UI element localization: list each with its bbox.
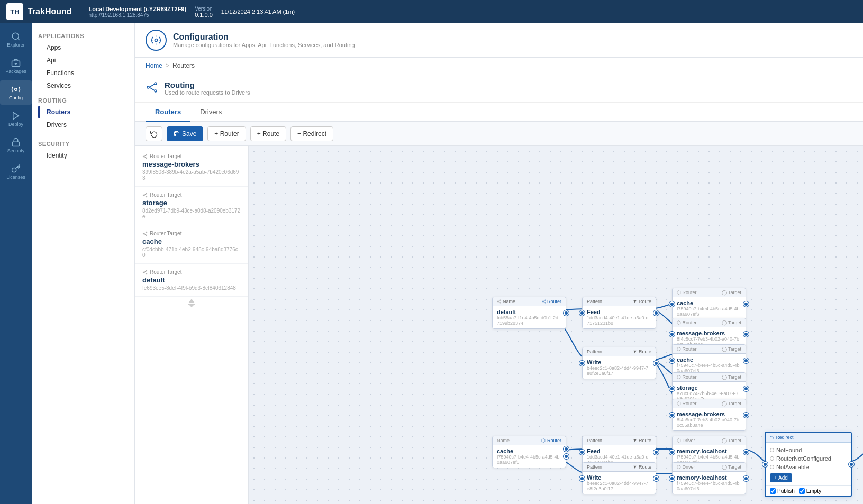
- sidebar-item-functions[interactable]: Functions: [38, 67, 128, 79]
- svg-point-15: [146, 154, 147, 155]
- sidebar-item-security[interactable]: Security: [0, 133, 32, 158]
- topnav: TH TrakHound Local Development (i-YZR89Z…: [0, 0, 863, 23]
- svg-point-8: [155, 39, 158, 42]
- flow-node-redirect[interactable]: Redirect NotFound RouterNotConfigured: [765, 432, 852, 497]
- canvas-area[interactable]: Name Router default fcb55aa7-f1e4-4b5c-d…: [249, 146, 863, 504]
- list-item[interactable]: Router Target storage 8d2ed971-7db9-43ce…: [135, 187, 248, 225]
- flow-node-body: Write b4eec2c1-0a82-4dd4-9947-7e8f2e3a0f…: [583, 356, 656, 379]
- breadcrumb-home[interactable]: Home: [146, 62, 162, 69]
- save-icon: [174, 131, 180, 137]
- router-item-type-label: Router Target: [150, 153, 181, 159]
- flow-node-header: ⬡ Router ◯ Target: [673, 345, 746, 354]
- flow-node-body: Feed 1dd3acd4-40e1-41de-a3a0-d71751231b8: [583, 306, 656, 328]
- input-dot: [669, 413, 675, 418]
- output-dot: [653, 310, 659, 316]
- node-type-label: ⬡ Driver: [677, 464, 695, 470]
- flow-node-body: default fcb55aa7-f1e4-4b5c-d0b1-2d7199b2…: [493, 306, 566, 328]
- svg-point-30: [146, 270, 147, 271]
- flow-node-target-mb2[interactable]: ⬡ Router ◯ Target message-brokers 8f4c5c…: [672, 399, 746, 431]
- flow-node-route2-write[interactable]: Pattern ▼ Route Write b4eec2c1-0a82-4dd4…: [582, 462, 656, 494]
- svg-point-25: [146, 232, 147, 233]
- sidebar-item-api[interactable]: Api: [38, 54, 128, 67]
- add-route-button[interactable]: + Route: [250, 126, 286, 141]
- content-split: Router Target message-brokers 399f8508-3…: [135, 146, 863, 504]
- sidebar-item-services[interactable]: Services: [38, 79, 128, 92]
- route1-feed-id: 1dd3acd4-40e1-41de-a3a0-d71751231b8: [587, 315, 650, 326]
- publish-check[interactable]: [770, 488, 776, 494]
- logo: TH TrakHound: [6, 3, 72, 20]
- page-title: Configuration: [173, 32, 355, 42]
- flow-node-route1-write[interactable]: Pattern ▼ Route Write b4eec2c1-0a82-4dd4…: [582, 347, 656, 379]
- page-subtitle: Manage configurations for Apps, Api, Fun…: [173, 42, 355, 48]
- output-dot: [743, 476, 749, 481]
- svg-line-33: [144, 272, 146, 274]
- router-item-type-label: Router Target: [150, 231, 181, 236]
- page-header-icon: [146, 30, 167, 51]
- app-name: TrakHound: [28, 7, 72, 16]
- empty-checkbox[interactable]: Empty: [799, 488, 821, 494]
- svg-point-21: [146, 196, 147, 197]
- flow-node-target-cache1[interactable]: ⬡ Router ◯ Target cache f75940c7-b4e4-4b…: [672, 288, 746, 320]
- breadcrumb-sep: >: [166, 62, 169, 69]
- sidebar-item-apps[interactable]: Apps: [38, 41, 128, 54]
- router-item-type-label: Router Target: [150, 269, 181, 275]
- sidebar-item-deploy[interactable]: Deploy: [0, 107, 32, 131]
- svg-line-40: [498, 300, 499, 301]
- applications-title: Applications: [38, 33, 128, 39]
- empty-check[interactable]: [799, 488, 805, 494]
- option-label-routernotconfigured: RouterNotConfigured: [776, 455, 831, 462]
- flow-node-route1-feed[interactable]: Pattern ▼ Route Feed 1dd3acd4-40e1-41de-…: [582, 297, 656, 329]
- tab-drivers[interactable]: Drivers: [190, 103, 231, 122]
- list-item[interactable]: Router Target cache cf0dcbbb-471b-4eb2-9…: [135, 225, 248, 264]
- save-button[interactable]: Save: [167, 126, 203, 141]
- config-sidebar: Applications Apps Api Functions Services…: [32, 23, 135, 504]
- sidebar-item-drivers[interactable]: Drivers: [38, 118, 128, 131]
- router-item-name: default: [142, 276, 241, 284]
- output-dot: [743, 358, 749, 363]
- refresh-button[interactable]: [146, 126, 162, 141]
- router2-id: f75940c7-b4e4-4b5c-a4d5-4b0aa607ef6: [497, 454, 560, 465]
- security-section: Security Identity: [32, 138, 134, 165]
- sidebar-item-routers[interactable]: Routers: [38, 106, 128, 118]
- node-target-label: ◯ Target: [722, 438, 741, 443]
- input-dot: [579, 450, 585, 455]
- router-item-id: cf0dcbbb-471b-4eb2-945c-94ba8d3776c0: [142, 246, 241, 258]
- flow-node-router2[interactable]: Name ⬡ Router cache f75940c7-b4e4-4b5c-a…: [492, 436, 566, 468]
- add-condition-button[interactable]: + Add: [770, 473, 792, 482]
- routing-title: Routing: [38, 97, 128, 104]
- sidebar-item-config[interactable]: Config: [0, 80, 32, 105]
- flow-node-header: Name ⬡ Router: [493, 436, 566, 445]
- flow-node-body: message-brokers 8f4c5cc7-7eb3-4b02-a040-…: [673, 408, 746, 430]
- svg-rect-7: [12, 142, 20, 146]
- router-item-type-label: Router Target: [150, 192, 181, 198]
- flow-node-router1[interactable]: Name Router default fcb55aa7-f1e4-4b5c-d…: [492, 297, 566, 329]
- version-info: Version 0.1.0.0: [195, 6, 213, 18]
- node-target-label: ◯ Target: [722, 374, 741, 380]
- condition-header: Redirect: [766, 433, 851, 443]
- sidebar-item-identity[interactable]: Identity: [38, 149, 128, 162]
- output-dot: [743, 450, 749, 455]
- sidebar-item-licenses[interactable]: Licenses: [0, 160, 32, 184]
- list-item[interactable]: Router Target message-brokers 399f8508-3…: [135, 148, 248, 187]
- flow-node-driver-ml2[interactable]: ⬡ Driver ◯ Target memory-localhost f7594…: [672, 462, 746, 494]
- node-section-label: ▼ Route: [633, 299, 651, 304]
- output-dot: [653, 361, 659, 366]
- sidebar-item-packages[interactable]: Packages: [0, 54, 32, 78]
- svg-point-42: [542, 301, 543, 301]
- input-dot: [579, 476, 585, 481]
- env-name: Local Development (i-YZR89ZT2F9): [89, 6, 187, 12]
- publish-checkbox[interactable]: Publish: [770, 488, 795, 494]
- add-redirect-button[interactable]: + Redirect: [290, 126, 333, 141]
- list-item[interactable]: Router Target default fe693ee5-8def-4f9f…: [135, 264, 248, 297]
- target-mb2-name: message-brokers: [677, 411, 741, 417]
- sidebar-label-licenses: Licenses: [6, 175, 25, 180]
- input-dot: [579, 361, 585, 366]
- sidebar-item-explorer[interactable]: Explorer: [0, 28, 32, 52]
- add-router-button[interactable]: + Router: [207, 126, 246, 141]
- node-type-label: Name: [497, 438, 510, 443]
- route2-write-id: b4eec2c1-0a82-4dd4-9947-7e8f2e3a0f17: [587, 481, 650, 491]
- flow-node-header: ⬡ Router ◯ Target: [673, 373, 746, 382]
- route2-feed-pattern: Feed: [587, 448, 651, 454]
- tab-routers[interactable]: Routers: [146, 103, 190, 122]
- flow-node-target-cache2[interactable]: ⬡ Router ◯ Target cache f75940c7-b4e4-4b…: [672, 344, 746, 377]
